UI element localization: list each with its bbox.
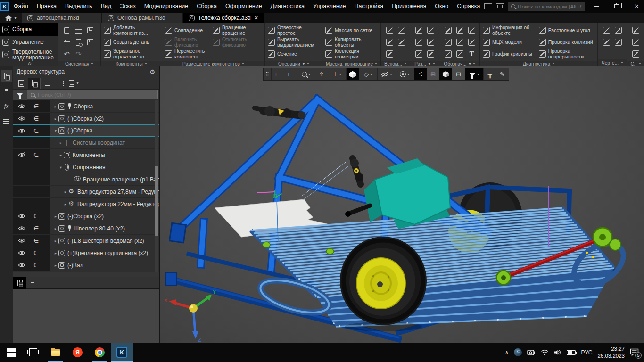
mass-properties-button[interactable]: МЦХ модели xyxy=(483,36,536,48)
snap-mode-icon[interactable]: ⠪ xyxy=(414,68,427,80)
mirror-plane-icon[interactable] xyxy=(398,39,405,46)
stamp-icon[interactable] xyxy=(427,27,434,34)
hide-objects-icon[interactable]: ▾ xyxy=(377,68,396,80)
tree-scrollbar[interactable] xyxy=(155,100,158,272)
visibility-cell[interactable]: ∈ xyxy=(13,149,50,161)
group-handle[interactable] xyxy=(405,62,406,66)
eye-icon[interactable] xyxy=(18,263,25,268)
menu-applications[interactable]: Приложения xyxy=(388,0,430,13)
visibility-cell[interactable]: ∈ xyxy=(13,247,50,259)
tree-filter-list-icon[interactable]: ▾ xyxy=(68,78,80,89)
tree-row[interactable]: ∈ ▸(-)1,8 Шестерня ведомая (x2) xyxy=(13,235,159,247)
simple-hole-button[interactable]: Отверстие простое xyxy=(268,25,319,36)
eye-icon[interactable] xyxy=(18,226,25,231)
stylus-icon[interactable]: ✎ xyxy=(496,68,509,80)
group-handle[interactable] xyxy=(553,62,554,66)
group-handle[interactable] xyxy=(145,62,147,66)
region-icon[interactable] xyxy=(415,50,422,58)
offset-plane-icon[interactable] xyxy=(386,39,393,46)
distance-angle-button[interactable]: Расстояние и угол xyxy=(539,25,594,36)
eye-icon[interactable] xyxy=(18,214,25,219)
menu-settings[interactable]: Настройка xyxy=(350,0,388,13)
coordinate-axes-icon[interactable]: ⊥▾ xyxy=(328,68,346,80)
tree-copies-icon[interactable] xyxy=(41,78,53,89)
visibility-cell[interactable]: ∈ xyxy=(13,259,50,271)
menu-assembly[interactable]: Сборка xyxy=(192,0,221,13)
undo-icon[interactable]: ↶ xyxy=(64,50,70,58)
cut-extrude-button[interactable]: Вырезать выдавливанием xyxy=(268,36,319,48)
view-arrow-icon[interactable] xyxy=(603,39,610,46)
zone-icon[interactable] xyxy=(415,27,422,34)
tolerance-icon[interactable] xyxy=(445,39,452,46)
group-handle[interactable] xyxy=(91,62,93,66)
tree-row[interactable]: ∈ ▸Швеллер 80-40 (x2) xyxy=(13,222,159,235)
object-info-button[interactable]: Информация об объекте xyxy=(483,25,536,36)
eye-icon[interactable] xyxy=(18,238,25,243)
wireframe-mode-icon[interactable]: ◇▾ xyxy=(359,68,377,80)
chevron-down-icon[interactable]: ▾ xyxy=(469,62,471,66)
add-feature-icon[interactable] xyxy=(632,27,639,34)
ribbon-collapse-chevron[interactable]: » xyxy=(0,61,58,66)
tree-row[interactable]: Вращение-вращение (p1 Вал р xyxy=(13,173,159,186)
visibility-cell[interactable]: ∈ xyxy=(13,125,50,136)
datum-icon[interactable] xyxy=(456,27,463,34)
group-handle[interactable] xyxy=(307,62,309,66)
3d-viewport[interactable]: X Y Z ⠿ ∟ ∟ ▾ ⇧ ⊥▾ ◇▾ ▾ ▾ ⠪ ⊞ ⊟ ▾ ╥ ✎ xyxy=(160,66,644,343)
save-icon[interactable] xyxy=(87,27,93,33)
minimize-button[interactable] xyxy=(589,0,605,13)
move-component-button[interactable]: Переместить компонент xyxy=(165,48,210,60)
element-of-icon[interactable]: ∈ xyxy=(33,262,39,268)
chevron-down-icon[interactable]: ▾ xyxy=(429,62,430,66)
detail-view-icon[interactable] xyxy=(415,39,422,46)
steam-icon[interactable] xyxy=(514,348,522,356)
visibility-cell[interactable]: ∈ xyxy=(13,210,50,222)
window-layout-icon[interactable] xyxy=(484,3,492,9)
tree-structure-icon[interactable] xyxy=(28,78,40,89)
tree-row[interactable]: ∈ ▸(+)Крепление подшипника (x2) xyxy=(13,247,159,259)
file-explorer-button[interactable] xyxy=(44,343,66,362)
menu-panel-icon[interactable] xyxy=(1,115,12,127)
menu-diagnostics[interactable]: Диагностика xyxy=(266,0,309,13)
tray-expand-icon[interactable]: ∧ xyxy=(505,349,509,356)
element-of-icon[interactable]: ∈ xyxy=(33,103,39,109)
tab-document-3-active[interactable]: Тележка сборка.a3d ✕ xyxy=(183,13,264,23)
element-of-icon[interactable]: ∈ xyxy=(33,250,39,256)
tree-selection-icon[interactable] xyxy=(55,78,66,89)
toolbar-grip[interactable]: ⠿ xyxy=(264,68,271,80)
refres-icon[interactable] xyxy=(632,50,639,58)
menu-file[interactable]: Файл xyxy=(9,0,33,13)
menu-management[interactable]: Управление xyxy=(309,0,350,13)
print-icon[interactable] xyxy=(64,41,70,45)
print-preview-icon[interactable] xyxy=(76,39,81,46)
filter-icon[interactable] xyxy=(13,90,27,100)
collision-check-button[interactable]: Проверка коллизий xyxy=(539,36,594,48)
variables-panel-icon[interactable]: fx xyxy=(1,100,12,112)
group-handle[interactable] xyxy=(473,62,475,66)
visibility-cell[interactable]: ∈ xyxy=(13,235,50,247)
yandex-browser-button[interactable]: Я xyxy=(66,343,89,362)
chrome-button[interactable] xyxy=(89,343,111,362)
tree-row[interactable]: ▸Вал редуктора 22мм - Редуктор xyxy=(13,198,159,210)
continuity-check-button[interactable]: Проверка непрерывности xyxy=(539,48,594,60)
orientation-up-icon[interactable]: ⇧ xyxy=(315,68,328,80)
save-as-icon[interactable] xyxy=(87,39,93,45)
local-csys-icon[interactable] xyxy=(386,27,393,34)
shading-mode-icon[interactable] xyxy=(346,68,359,80)
tree-sort-icon[interactable] xyxy=(15,78,27,89)
menu-select[interactable]: Выделить xyxy=(61,0,97,13)
tree-search-input[interactable] xyxy=(38,92,154,98)
section-button[interactable]: Сечение xyxy=(268,48,319,60)
rotation-rotation-button[interactable]: Вращение-вращение xyxy=(213,25,262,36)
zoom-area-icon[interactable]: ▾ xyxy=(297,68,315,80)
visibility-cell[interactable]: ∈ xyxy=(13,113,50,124)
menu-layout[interactable]: Оформление xyxy=(221,0,266,13)
menu-edit[interactable]: Правка xyxy=(33,0,61,13)
sheet-view-icon[interactable]: ⊞ xyxy=(427,68,439,80)
eye-icon[interactable] xyxy=(18,116,25,121)
tree-row[interactable]: ∈ ▸(-)Сборка (x2) xyxy=(13,210,159,222)
coincidence-button[interactable]: Совпадение xyxy=(165,25,210,36)
tree-row[interactable]: ∈ ▸Компоненты xyxy=(13,149,159,161)
sketch-plane-icon[interactable]: ∟ xyxy=(271,68,284,80)
element-of-icon[interactable]: ∈ xyxy=(33,128,39,134)
geometry-collection-button[interactable]: Коллекция геометрии xyxy=(325,48,378,60)
